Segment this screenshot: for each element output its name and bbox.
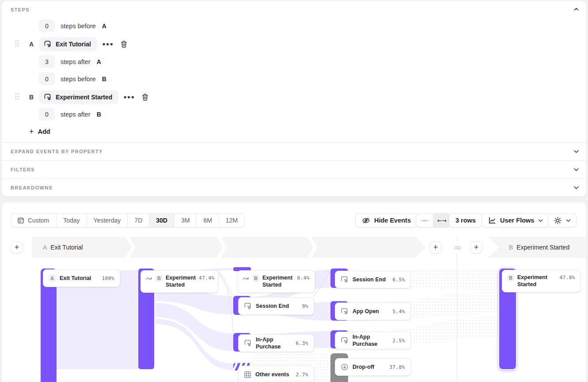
steps-after-b-input[interactable]: 0 [39, 108, 55, 121]
flow-node-in-app-purchase-col4[interactable]: In-App Purchase 2.5% [335, 332, 411, 349]
add-step-button[interactable]: + Add [29, 128, 50, 135]
rows-count-button[interactable]: 3 rows [449, 213, 482, 227]
steps-after-b-label: steps after B [61, 108, 101, 121]
gap-row-ref: A [97, 58, 101, 65]
event-icon [244, 339, 252, 347]
step-badge: A [49, 275, 56, 282]
date-range-label: 30D [156, 217, 167, 224]
column-b-title: Experiment Started [516, 244, 569, 251]
flow-node-exit-tutorial[interactable]: A Exit Tutorial 100% [43, 269, 120, 287]
node-percent: 37.8% [389, 364, 405, 370]
date-range-3m[interactable]: 3M [175, 214, 197, 227]
column-b-header: B Experiment Started [509, 244, 569, 251]
section-label: FILTERS [11, 167, 35, 172]
section-filters[interactable]: FILTERS [2, 160, 586, 178]
drop-off-icon [341, 363, 349, 371]
flow-node-experiment-started-col3[interactable]: B Experiment Started 0.4% [237, 270, 315, 293]
collapse-expand-control: →← ←→ [416, 213, 451, 227]
step-badge: B [156, 275, 163, 282]
column-chevron-separator [307, 237, 318, 258]
date-range-6m[interactable]: 6M [197, 214, 219, 227]
arrows-inward-icon: →← [420, 217, 429, 224]
eye-off-icon [362, 216, 370, 225]
add-column-before-b-button[interactable]: + [470, 241, 482, 253]
step-a-letter: A [29, 41, 34, 48]
flow-node-session-end-col3[interactable]: Session End 9% [238, 297, 314, 315]
flow-node-app-open[interactable]: App Open 5.4% [335, 303, 411, 320]
column-header-band-b[interactable]: B Experiment Started [488, 237, 586, 258]
column-a-title: Exit Tutorial [50, 244, 83, 251]
add-column-left-button[interactable]: + [11, 241, 23, 253]
flow-node-other-events[interactable]: Other events 2.7% [238, 366, 314, 382]
expand-columns-button[interactable]: ←→ [433, 214, 450, 227]
gear-icon [554, 216, 562, 225]
steps-before-b-input[interactable]: 0 [39, 72, 55, 85]
steps-before-a-label: steps before A [61, 19, 106, 32]
collapse-columns-button[interactable]: →← [416, 214, 433, 227]
node-name: In-App Purchase [353, 333, 389, 348]
calendar-icon [17, 217, 24, 224]
column-b-letter: B [509, 244, 513, 251]
date-range-label: 3M [181, 217, 190, 224]
date-range-12m[interactable]: 12M [219, 214, 244, 227]
node-percent: 47.8% [559, 275, 575, 280]
event-icon [44, 93, 52, 101]
flow-node-experiment-started-col2[interactable]: B Experiment Started 47.4% [140, 270, 218, 293]
hide-events-label: Hide Events [374, 217, 411, 224]
section-expand-events-by-property[interactable]: EXPAND EVENTS BY PROPERTY [2, 142, 586, 160]
flow-node-experiment-started-col5[interactable]: B Experiment Started 47.8% [502, 270, 580, 292]
steps-title: STEPS [11, 7, 30, 12]
node-name: Session End [353, 276, 386, 283]
gap-row-ref: B [102, 76, 106, 83]
steps-before-b-label: steps before B [61, 72, 106, 85]
flow-node-session-end-col4[interactable]: Session End 6.5% [335, 271, 411, 288]
gap-row-text: steps after [61, 58, 91, 65]
gap-row-text: steps after [61, 111, 91, 118]
node-percent: 2.7% [296, 372, 309, 378]
view-type-dropdown[interactable]: User Flows [482, 213, 550, 227]
node-percent: 2.5% [393, 338, 406, 344]
date-range-30d[interactable]: 30D [149, 214, 175, 227]
gap-row-text: steps before [61, 23, 96, 30]
date-range-custom[interactable]: Custom [11, 214, 57, 227]
steps-after-a-input[interactable]: 3 [39, 55, 55, 68]
step-b-delete-trash-icon[interactable] [141, 93, 149, 101]
drag-handle-icon[interactable] [15, 93, 19, 100]
step-b-more-options-icon[interactable]: ●●● [124, 95, 135, 99]
settings-dropdown[interactable] [548, 213, 577, 227]
date-range-today[interactable]: Today [57, 214, 87, 227]
drag-handle-icon[interactable] [15, 40, 19, 47]
step-badge: B [252, 275, 259, 282]
node-percent: 6.5% [393, 277, 406, 283]
node-name: In-App Purchase [256, 336, 292, 351]
flow-node-drop-off[interactable]: Drop-off 37.8% [335, 358, 411, 376]
chevron-down-icon [573, 186, 579, 189]
node-name: Exit Tutorial [60, 275, 91, 282]
step-a-more-options-icon[interactable]: ●●● [102, 42, 114, 46]
date-range-7d[interactable]: 7D [128, 214, 149, 227]
date-range-label: Yesterday [94, 217, 121, 224]
add-step-label: Add [38, 128, 50, 135]
user-flows-report-page: { "glyphs": { "plus": "+", "more": "●●●"… [0, 0, 588, 382]
steps-before-a-input[interactable]: 0 [39, 19, 55, 32]
steps-panel: STEPS 0 steps before A A Exit Tutorial ●… [2, 1, 586, 197]
node-name: Experiment Started [262, 274, 294, 289]
event-icon [341, 337, 349, 344]
node-name: Experiment Started [166, 274, 196, 289]
step-a-delete-trash-icon[interactable] [120, 40, 128, 48]
event-icon [44, 40, 52, 48]
section-breakdowns[interactable]: BREAKDOWNS [2, 178, 586, 197]
hide-events-button[interactable]: Hide Events [355, 213, 417, 227]
plus-icon: + [474, 243, 479, 252]
step-b-event-button[interactable]: Experiment Started [39, 90, 118, 104]
node-name: Drop-off [353, 363, 374, 371]
column-header-band-a[interactable]: A Exit Tutorial [32, 237, 425, 258]
column-chevron-separator [125, 237, 136, 258]
date-range-yesterday[interactable]: Yesterday [87, 214, 128, 227]
flow-node-in-app-purchase-col3[interactable]: In-App Purchase 6.3% [238, 334, 314, 352]
node-name: Session End [256, 303, 289, 310]
flow-chart-panel: Custom Today Yesterday 7D 30D 3M 6M 12M … [2, 202, 586, 382]
add-column-after-a-button[interactable]: + [429, 241, 442, 253]
collapse-steps-chevron-up-icon[interactable] [573, 8, 579, 11]
step-a-event-button[interactable]: Exit Tutorial [39, 37, 97, 51]
